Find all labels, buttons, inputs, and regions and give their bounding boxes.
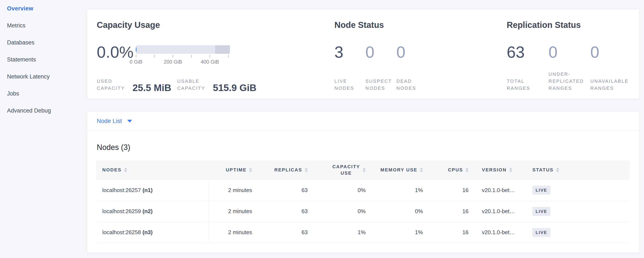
used-capacity-stat: USED CAPACITY 25.5 MiB	[97, 78, 171, 92]
capacity-axis	[136, 55, 230, 58]
sort-icon	[124, 168, 127, 172]
axis-tick-label: 0 GiB	[130, 59, 142, 65]
column-header-cpus[interactable]: CPUS	[427, 160, 472, 180]
axis-tick	[173, 55, 173, 58]
nodes-heading: Nodes (3)	[97, 143, 639, 152]
node-address-cell[interactable]: localhost:26257 (n1)	[96, 180, 208, 201]
sidebar-item-overview[interactable]: Overview	[0, 0, 87, 17]
unavailable-ranges-label: UNAVAILABLE RANGES	[590, 78, 632, 92]
total-ranges-label: TOTAL RANGES	[507, 78, 548, 92]
usable-capacity-stat: USABLE CAPACITY 515.9 GiB	[177, 78, 256, 92]
replicas-cell: 63	[256, 201, 312, 222]
memory-use-cell: 1%	[370, 222, 427, 243]
sidebar-item-statements[interactable]: Statements	[0, 51, 87, 68]
under-replicated-ranges-count: 0	[548, 44, 590, 60]
column-header-nodes[interactable]: NODES	[96, 160, 208, 180]
usable-capacity-value: 515.9 GiB	[213, 83, 256, 92]
replicas-cell: 63	[256, 222, 312, 243]
version-cell: v20.1.0-bet…	[472, 222, 526, 243]
capacity-usage-panel: Capacity Usage 0.0%	[87, 9, 334, 99]
usable-capacity-label: USABLE CAPACITY	[177, 78, 205, 92]
under-replicated-ranges-label: UNDER- REPLICATED RANGES	[548, 71, 590, 92]
node-status-numbers: 3 0 0	[334, 44, 507, 60]
sidebar-item-jobs[interactable]: Jobs	[0, 85, 87, 102]
spacer-cell	[565, 222, 630, 243]
sort-icon	[556, 168, 559, 172]
sidebar-item-label: Overview	[7, 5, 33, 12]
memory-use-cell: 0%	[370, 201, 427, 222]
sidebar-item-label: Statements	[7, 56, 36, 63]
status-cell: LIVE	[526, 201, 565, 222]
axis-tick-label: 200 GiB	[164, 59, 182, 65]
node-status-panel: Node Status 3 0 0 LIVE NODES SUSPECT NOD…	[334, 9, 507, 99]
table-row: localhost:26258 (n3) 2 minutes 63 1% 1% …	[96, 222, 630, 243]
capacity-use-cell: 0%	[312, 201, 370, 222]
used-capacity-value: 25.5 MiB	[132, 83, 171, 92]
sort-icon	[249, 168, 252, 172]
node-id: (n2)	[142, 208, 152, 214]
node-id: (n3)	[142, 229, 152, 235]
capacity-stats-row: USED CAPACITY 25.5 MiB USABLE CAPACITY 5…	[97, 78, 334, 92]
sidebar-item-metrics[interactable]: Metrics	[0, 17, 87, 34]
node-status-labels: LIVE NODES SUSPECT NODES DEAD NODES	[334, 70, 507, 92]
sidebar-nav: Overview Metrics Databases Statements Ne…	[0, 0, 87, 258]
node-address-cell[interactable]: localhost:26259 (n2)	[96, 201, 208, 222]
column-header-uptime[interactable]: UPTIME	[208, 160, 256, 180]
suspect-nodes-label: SUSPECT NODES	[366, 78, 396, 92]
sort-icon	[466, 168, 468, 172]
column-header-spacer	[565, 160, 630, 180]
capacity-used-marker	[136, 47, 136, 52]
version-cell: v20.1.0-bet…	[472, 180, 526, 201]
column-header-memory-use[interactable]: MEMORY USE	[370, 160, 427, 180]
sort-icon	[420, 168, 423, 172]
table-row: localhost:26259 (n2) 2 minutes 63 0% 0% …	[96, 201, 630, 222]
axis-tick	[210, 55, 210, 58]
node-list-dropdown-label: Node List	[97, 118, 122, 124]
nodes-table: NODES UPTIME REPLICAS CAPACITY USE	[96, 160, 630, 243]
spacer-cell	[565, 201, 630, 222]
status-badge: LIVE	[532, 186, 550, 195]
column-header-version[interactable]: VERSION	[472, 160, 526, 180]
column-header-replicas[interactable]: REPLICAS	[256, 160, 312, 180]
uptime-cell: 2 minutes	[208, 201, 256, 222]
axis-tick	[154, 55, 155, 58]
cpus-cell: 16	[427, 222, 472, 243]
capacity-usage-title: Capacity Usage	[97, 20, 334, 30]
capacity-use-cell: 0%	[312, 180, 370, 201]
column-header-status[interactable]: STATUS	[526, 160, 565, 180]
node-status-title: Node Status	[334, 20, 507, 30]
live-nodes-count: 3	[334, 44, 366, 60]
app-root: Overview Metrics Databases Statements Ne…	[0, 0, 644, 258]
suspect-nodes-count: 0	[366, 44, 396, 60]
replication-status-title: Replication Status	[507, 20, 639, 30]
node-list-card: Node List Nodes (3) NODES	[87, 111, 639, 253]
axis-tick-label: 400 GiB	[201, 59, 219, 65]
live-nodes-label: LIVE NODES	[334, 78, 366, 92]
capacity-bar-area: 0 GiB 200 GiB 400 GiB	[136, 44, 230, 66]
table-row: localhost:26257 (n1) 2 minutes 63 0% 1% …	[96, 180, 630, 201]
column-header-capacity-use[interactable]: CAPACITY USE	[312, 160, 370, 180]
chevron-down-icon	[127, 120, 132, 122]
node-address-cell[interactable]: localhost:26258 (n3)	[96, 222, 208, 243]
table-header-row: NODES UPTIME REPLICAS CAPACITY USE	[96, 160, 630, 180]
sort-icon	[363, 168, 366, 172]
unavailable-ranges-count: 0	[590, 44, 632, 60]
sidebar-item-label: Metrics	[7, 22, 26, 29]
axis-tick	[136, 55, 136, 58]
cpus-cell: 16	[427, 180, 472, 201]
sidebar-item-databases[interactable]: Databases	[0, 34, 87, 51]
uptime-cell: 2 minutes	[208, 180, 256, 201]
used-capacity-label: USED CAPACITY	[97, 78, 125, 92]
node-list-dropdown[interactable]: Node List	[87, 111, 639, 131]
sidebar-item-label: Advanced Debug	[7, 107, 51, 114]
status-cell: LIVE	[526, 180, 565, 201]
sort-icon	[305, 168, 308, 172]
sidebar-item-network-latency[interactable]: Network Latency	[0, 68, 87, 85]
sidebar-item-advanced-debug[interactable]: Advanced Debug	[0, 102, 87, 119]
axis-tick	[191, 55, 192, 58]
dead-nodes-count: 0	[396, 44, 427, 60]
capacity-bar	[136, 45, 230, 54]
main-content: Capacity Usage 0.0%	[87, 0, 644, 258]
version-cell: v20.1.0-bet…	[472, 201, 526, 222]
capacity-chart: 0.0%	[97, 44, 334, 66]
